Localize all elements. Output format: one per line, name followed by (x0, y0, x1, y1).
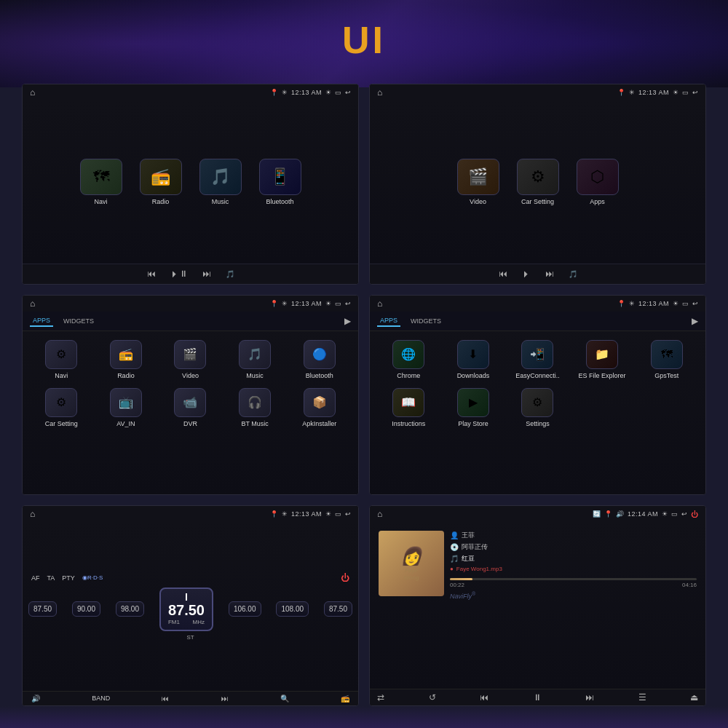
radio-label-3: Radio (117, 372, 135, 379)
tab-widgets-4[interactable]: WIDGETS (408, 316, 444, 326)
track-2: 💿 阿菲正传 (450, 542, 697, 552)
bluetooth-icon-5: ✳ (282, 510, 288, 518)
app-music[interactable]: 🎵 Music (195, 159, 246, 205)
bluetooth-app-icon: 📱 (259, 159, 301, 195)
back-icon-2: ↩ (692, 89, 698, 96)
video-icon-3: 🎬 (174, 340, 206, 369)
menu-btn-6[interactable]: ⏏ (690, 692, 698, 703)
list-btn[interactable]: ☰ (638, 692, 646, 703)
app-bluetooth[interactable]: 📱 Bluetooth (255, 159, 306, 205)
app-downloads[interactable]: ⬇ Downloads (443, 340, 504, 379)
power-button-5[interactable]: ⏻ (341, 573, 349, 583)
status-bar-4: ⌂ 📍 ✳ 12:13 AM ☀ ▭ ↩ (370, 296, 705, 312)
next-btn-6[interactable]: ⏭ (585, 692, 594, 703)
app-dvr-3[interactable]: 📹 DVR (160, 388, 221, 427)
app-video-3[interactable]: 🎬 Video (160, 340, 221, 379)
tab-widgets-3[interactable]: WIDGETS (60, 316, 97, 326)
app-navi-3[interactable]: ⚙ Navi (31, 340, 92, 379)
next-btn-5[interactable]: ⏭ (221, 695, 229, 703)
bt-label-3: Bluetooth (306, 372, 333, 379)
back-icon-6: ↩ (681, 510, 687, 518)
app-playstore[interactable]: ▶ Play Store (443, 388, 504, 427)
prev-btn-1[interactable]: ⏮ (147, 269, 156, 279)
music-icon: 🎵 (199, 159, 242, 195)
search-btn-5[interactable]: 🔍 (280, 695, 289, 703)
repeat-btn[interactable]: ↺ (429, 692, 436, 703)
secondary-apps-row: 🎬 Video ⚙ Car Setting ⬡ Apps (453, 159, 623, 205)
location-icon-1: 📍 (270, 89, 278, 96)
progress-fill (450, 578, 472, 580)
play-btn-1[interactable]: ⏵⏸ (170, 269, 188, 279)
screen-1-content: 🗺 Navi 📻 Radio 🎵 Music 📱 Bluetooth (23, 100, 358, 264)
af-label[interactable]: AF (31, 574, 40, 582)
apps-label: Apps (590, 198, 605, 205)
app-settings[interactable]: ⚙ Settings (507, 388, 568, 427)
app-navi[interactable]: 🗺 Navi (76, 159, 127, 205)
prev-btn-2[interactable]: ⏮ (499, 269, 507, 279)
app-instructions[interactable]: 📖 Instructions (379, 388, 439, 427)
app-easyconnect[interactable]: 📲 EasyConnecti.. (507, 340, 568, 379)
app-apps[interactable]: ⬡ Apps (572, 159, 623, 205)
app-carsetting[interactable]: ⚙ Car Setting (513, 159, 563, 205)
home-icon-3: ⌂ (30, 298, 35, 309)
track-name-2: 阿菲正传 (462, 542, 488, 552)
app-esfile[interactable]: 📁 ES File Explorer (572, 340, 633, 379)
bluetooth-icon-1: ✳ (282, 89, 288, 96)
app-radio-3[interactable]: 📻 Radio (96, 340, 157, 379)
tab-apps-4[interactable]: APPS (377, 315, 400, 327)
bluetooth-icon-2: ✳ (629, 89, 635, 96)
status-bar-2: ⌂ 📍 ✳ 12:13 AM ☀ ▭ ↩ (370, 84, 705, 100)
next-btn-2[interactable]: ⏭ (545, 269, 554, 279)
avin-icon-3: 📺 (110, 388, 142, 417)
app-gpstest[interactable]: 🗺 GpsTest (636, 340, 697, 379)
play-btn-2[interactable]: ⏵ (522, 269, 531, 279)
app-video[interactable]: 🎬 Video (453, 159, 504, 205)
app-radio[interactable]: 📻 Radio (135, 159, 186, 205)
screen-icon-5: ▭ (335, 510, 341, 518)
tab-apps-3[interactable]: APPS (30, 315, 53, 327)
volume-btn-5[interactable]: 🔊 (31, 695, 40, 703)
ta-label[interactable]: TA (47, 574, 55, 582)
track-icon-2: 💿 (450, 543, 459, 551)
pty-label[interactable]: PTY (62, 574, 75, 582)
next-btn-1[interactable]: ⏭ (202, 269, 211, 279)
navi-label: Navi (94, 198, 107, 205)
music-label-3: Music (246, 372, 264, 379)
downloads-label: Downloads (457, 372, 490, 379)
home-icon-1: ⌂ (30, 87, 35, 98)
app-chrome[interactable]: 🌐 Chrome (379, 340, 439, 379)
brightness-icon-3: ☀ (325, 300, 331, 307)
status-bar-6: ⌂ 🔄 📍 🔊 12:14 AM ☀ ▭ ↩ ⏻ (370, 506, 705, 522)
freq-9800: 98.00 (116, 601, 144, 617)
prev-btn-6[interactable]: ⏮ (480, 692, 488, 703)
app-btmusic-3[interactable]: 🎧 BT Music (225, 388, 285, 427)
bottom-wave (0, 706, 728, 728)
power-button-6[interactable]: ⏻ (691, 510, 698, 518)
btmusic-label-3: BT Music (241, 420, 268, 427)
time-total: 04:16 (682, 582, 697, 588)
track-1: 👤 王菲 (450, 531, 697, 540)
back-icon-3: ↩ (345, 300, 351, 307)
music-note-2: 🎵 (569, 270, 577, 278)
pause-btn[interactable]: ⏸ (533, 692, 542, 703)
app-carsetting-3[interactable]: ⚙ Car Setting (31, 388, 92, 427)
menu-btn-5[interactable]: 📻 (341, 695, 349, 703)
app-avin-3[interactable]: 📺 AV_IN (96, 388, 157, 427)
status-bar-1: ⌂ 📍 ✳ 12:13 AM ☀ ▭ ↩ (23, 84, 358, 100)
home-icon-5: ⌂ (30, 509, 35, 519)
shuffle-btn[interactable]: ⇄ (377, 692, 384, 703)
prev-btn-5[interactable]: ⏮ (162, 695, 169, 703)
progress-times: 00:22 04:16 (450, 582, 697, 588)
app-apkinstaller-3[interactable]: 📦 ApkInstaller (289, 388, 349, 427)
band-btn[interactable]: BAND (92, 695, 110, 702)
bluetooth-icon-4: ✳ (629, 300, 635, 307)
freq-main-display: 87.50 FM1 MHz (159, 587, 213, 631)
track-list: 👤 王菲 💿 阿菲正传 🎵 红豆 ● Fa (450, 531, 697, 572)
progress-bar[interactable] (450, 578, 697, 580)
main-apps-row: 🗺 Navi 📻 Radio 🎵 Music 📱 Bluetooth (76, 159, 306, 205)
transport-bar-2: ⏮ ⏵ ⏭ 🎵 (370, 264, 705, 284)
freq-8750b: 87.50 (324, 601, 352, 617)
app-bt-3[interactable]: 🔵 Bluetooth (289, 340, 349, 379)
app-music-3[interactable]: 🎵 Music (225, 340, 285, 379)
navi-icon-3: ⚙ (45, 340, 77, 369)
